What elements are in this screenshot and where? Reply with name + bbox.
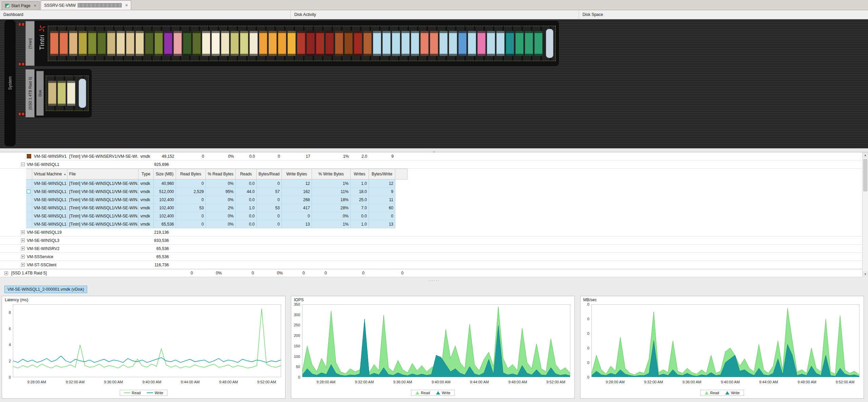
- selected-vdisk-chip[interactable]: VM-SE-WINSQL1_2-000001.vmdk (vDisk): [4, 286, 87, 293]
- disk-slot[interactable]: [297, 31, 305, 56]
- disk-slot[interactable]: [316, 31, 324, 56]
- tintri-storage-array[interactable]: [Tintri] Tintri: [25, 21, 559, 66]
- row-selector[interactable]: [26, 212, 32, 220]
- disk-slot[interactable]: [202, 31, 210, 56]
- disk-slot[interactable]: [145, 31, 153, 56]
- disk-slot[interactable]: [60, 31, 68, 56]
- disk-slot[interactable]: [420, 31, 429, 56]
- disk-slot[interactable]: [477, 31, 486, 56]
- disk-slot[interactable]: [126, 31, 134, 56]
- column-header[interactable]: % Write Bytes: [312, 169, 351, 179]
- disk-slot[interactable]: [221, 31, 229, 56]
- disk-slot[interactable]: [515, 31, 524, 56]
- tab-start-page[interactable]: Start Page ×: [2, 1, 40, 10]
- row-selector[interactable]: [26, 220, 32, 228]
- expand-group-icon[interactable]: +: [21, 230, 25, 234]
- close-tab-icon[interactable]: ×: [34, 4, 37, 8]
- disk-slot[interactable]: [183, 31, 191, 56]
- disk-slot[interactable]: [250, 31, 258, 56]
- column-header[interactable]: Virtual Machine▲: [32, 169, 67, 179]
- tab-server-dashboard[interactable]: SSSRV-SE-VMW ×: [41, 0, 131, 10]
- disk-slot[interactable]: [288, 31, 296, 56]
- disk-slot[interactable]: [48, 81, 56, 106]
- table-row-selected[interactable]: VM-SE-WINSQL1[Tintri] VM-SE-WINSQL1/VM-S…: [26, 220, 862, 228]
- disk-slot[interactable]: [468, 31, 476, 56]
- close-tab-icon[interactable]: ×: [125, 3, 128, 7]
- scroll-up-button[interactable]: ▲: [863, 152, 868, 158]
- column-header[interactable]: Size (MB): [154, 169, 176, 179]
- row-selector[interactable]: [26, 196, 32, 204]
- disk-slot[interactable]: [534, 31, 542, 56]
- ssd-raid-array[interactable]: [SSD 1.4TB Raid 5] Disk: [25, 69, 92, 117]
- disk-slot[interactable]: [354, 31, 362, 56]
- column-header[interactable]: Bytes/Read: [257, 169, 282, 179]
- disk-slot[interactable]: [117, 31, 125, 56]
- group-row-collapsed[interactable]: +VM-SE-WINSQL3833,536: [0, 236, 862, 245]
- scroll-down-button[interactable]: ▼: [863, 271, 868, 277]
- disk-slot[interactable]: [174, 31, 182, 56]
- column-header[interactable]: Writes: [351, 169, 369, 179]
- table-row-selected[interactable]: VM-SE-WINSQL1[Tintri] VM-SE-WINSQL1/VM-S…: [26, 188, 862, 196]
- column-header[interactable]: Type: [139, 169, 154, 179]
- disk-slot[interactable]: [88, 31, 96, 56]
- table-row-selected[interactable]: VM-SE-WINSQL1[Tintri] VM-SE-WINSQL1/VM-S…: [26, 212, 862, 220]
- disk-slot[interactable]: [79, 31, 87, 56]
- disk-slot[interactable]: [496, 31, 505, 56]
- disk-slot[interactable]: [382, 31, 391, 56]
- disk-slot[interactable]: [193, 31, 201, 56]
- disk-slot[interactable]: [136, 31, 144, 56]
- expand-root-icon[interactable]: +: [4, 271, 8, 275]
- system-rail[interactable]: System: [4, 20, 16, 146]
- disk-slot[interactable]: [326, 31, 334, 56]
- disk-slot[interactable]: [50, 31, 58, 56]
- group-row-expanded[interactable]: −VM-SE-WINSQL1925,696: [0, 160, 862, 169]
- disk-slot[interactable]: [525, 31, 533, 56]
- group-row-collapsed[interactable]: +VM-SSService65,536: [0, 253, 862, 261]
- disk-slot[interactable]: [401, 31, 410, 56]
- collapse-group-icon[interactable]: −: [21, 162, 25, 166]
- expand-group-icon[interactable]: +: [21, 238, 25, 242]
- disk-slot[interactable]: [212, 31, 220, 56]
- disk-slot[interactable]: [107, 31, 115, 56]
- group-row-collapsed[interactable]: +VM-ST-SSClient116,736: [0, 261, 862, 269]
- disk-slot[interactable]: [58, 81, 66, 106]
- disk-slot[interactable]: [392, 31, 400, 56]
- disk-slot[interactable]: [363, 31, 372, 56]
- disk-slot[interactable]: [269, 31, 277, 56]
- disk-slot[interactable]: [373, 31, 381, 56]
- disk-slot[interactable]: [67, 81, 75, 106]
- table-row-selected[interactable]: VM-SE-WINSQL1[Tintri] VM-SE-WINSQL1/VM-S…: [26, 196, 862, 204]
- disk-slot[interactable]: [439, 31, 448, 56]
- column-header[interactable]: Read Bytes: [176, 169, 206, 179]
- column-header[interactable]: Write Bytes: [282, 169, 312, 179]
- table-row-selected[interactable]: VM-SE-WINSQL1[Tintri] VM-SE-WINSQL1/VM-S…: [26, 204, 862, 212]
- disk-slot[interactable]: [231, 31, 239, 56]
- column-header[interactable]: % Read Bytes: [206, 169, 236, 179]
- disk-slot[interactable]: [449, 31, 457, 56]
- disk-slot[interactable]: [344, 31, 353, 56]
- row-selector[interactable]: [26, 179, 32, 188]
- row-selector[interactable]: [26, 204, 32, 212]
- disk-slot[interactable]: [307, 31, 315, 56]
- table-row-selected[interactable]: VM-SE-WINSQL1[Tintri] VM-SE-WINSQL1/VM-S…: [26, 179, 862, 188]
- expand-group-icon[interactable]: +: [21, 255, 25, 259]
- disk-slot[interactable]: [278, 31, 286, 56]
- scrollbar-thumb[interactable]: [863, 159, 867, 191]
- disk-slot[interactable]: [259, 31, 267, 56]
- collapse-panel-strip[interactable]: ∨: [0, 148, 868, 152]
- expand-group-icon[interactable]: +: [21, 263, 25, 267]
- storage-root-row[interactable]: +[SSD 1.4TB Raid 5]00%00%0000: [0, 269, 862, 277]
- disk-slot[interactable]: [458, 31, 467, 56]
- group-row-collapsed[interactable]: +VM-SE-WINSQL19219,136: [0, 228, 862, 236]
- vertical-scrollbar[interactable]: ▲ ▼: [862, 152, 868, 277]
- disk-slot[interactable]: [411, 31, 419, 56]
- disk-slot[interactable]: [155, 31, 163, 56]
- disk-slot[interactable]: [487, 31, 495, 56]
- disk-slot[interactable]: [335, 31, 343, 56]
- disk-slot[interactable]: [98, 31, 106, 56]
- row-selector[interactable]: [26, 188, 32, 196]
- disk-slot[interactable]: [164, 31, 172, 56]
- expand-group-icon[interactable]: +: [21, 247, 25, 250]
- column-header[interactable]: Bytes/Write: [369, 169, 395, 179]
- disk-slot[interactable]: [506, 31, 514, 56]
